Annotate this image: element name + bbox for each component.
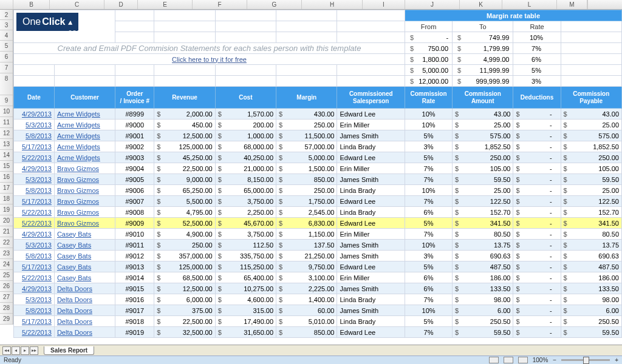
date-cell[interactable]: 4/29/2013 bbox=[14, 163, 55, 174]
invoice-cell[interactable]: #9004 bbox=[115, 163, 154, 174]
row-header-28[interactable]: 28 bbox=[0, 303, 13, 314]
table-row[interactable]: 5/22/2013Bravo Gizmos#90084,795.002,250.… bbox=[14, 207, 622, 218]
margin-cell[interactable]: 137.50 bbox=[276, 240, 337, 251]
worksheet-table[interactable]: OneClick▴COMMISSIONSMargin rate tableFro… bbox=[13, 10, 622, 338]
blank-cell[interactable] bbox=[337, 10, 405, 21]
cost-cell[interactable]: 21,000.00 bbox=[215, 163, 276, 174]
salesperson-cell[interactable]: James Smith bbox=[337, 283, 405, 294]
invoice-cell[interactable]: #9018 bbox=[115, 316, 154, 327]
invoice-cell[interactable]: #9007 bbox=[115, 196, 154, 207]
cost-cell[interactable]: 17,490.00 bbox=[215, 316, 276, 327]
cost-cell[interactable]: 45,670.00 bbox=[215, 218, 276, 229]
blank-cell[interactable] bbox=[154, 21, 215, 32]
row-header-7[interactable]: 7 bbox=[0, 62, 13, 73]
cost-cell[interactable]: 68,000.00 bbox=[215, 141, 276, 152]
invoice-cell[interactable]: #9002 bbox=[115, 141, 154, 152]
invoice-cell[interactable]: #9005 bbox=[115, 174, 154, 185]
row-header-20[interactable]: 20 bbox=[0, 215, 13, 226]
cost-cell[interactable]: 4,600.00 bbox=[215, 294, 276, 305]
payable-cell[interactable]: 98.00 bbox=[561, 294, 621, 305]
blank-cell[interactable] bbox=[276, 10, 337, 21]
salesperson-cell[interactable]: James Smith bbox=[337, 130, 405, 141]
revenue-cell[interactable]: 45,250.00 bbox=[154, 152, 215, 163]
date-cell[interactable]: 5/17/2013 bbox=[14, 196, 55, 207]
invoice-cell[interactable]: #9003 bbox=[115, 152, 154, 163]
date-cell[interactable]: 5/17/2013 bbox=[14, 316, 55, 327]
cost-cell[interactable]: 3,750.00 bbox=[215, 229, 276, 240]
rate-cell[interactable]: 6% bbox=[405, 272, 453, 283]
deductions-cell[interactable]: - bbox=[513, 141, 561, 152]
payable-cell[interactable]: 13.75 bbox=[561, 240, 621, 251]
mrt-rate[interactable]: 5% bbox=[513, 65, 561, 76]
blank-cell[interactable] bbox=[337, 32, 405, 43]
row-header-12[interactable]: 12 bbox=[0, 128, 13, 139]
customer-cell[interactable]: Casey Bats bbox=[54, 261, 115, 272]
sheet-tab-active[interactable]: Sales Report bbox=[44, 346, 94, 355]
cost-cell[interactable]: 1,000.00 bbox=[215, 130, 276, 141]
salesperson-cell[interactable]: James Smith bbox=[337, 240, 405, 251]
row-header-21[interactable]: 21 bbox=[0, 226, 13, 237]
rate-cell[interactable]: 10% bbox=[405, 305, 453, 316]
salesperson-cell[interactable]: Linda Brady bbox=[337, 185, 405, 196]
revenue-cell[interactable]: 22,500.00 bbox=[154, 163, 215, 174]
revenue-cell[interactable]: 375.00 bbox=[154, 305, 215, 316]
table-row[interactable]: 5/3/2013Bravo Gizmos#90059,000.008,150.0… bbox=[14, 174, 622, 185]
cost-cell[interactable]: 335,750.00 bbox=[215, 251, 276, 261]
rate-cell[interactable]: 7% bbox=[405, 229, 453, 240]
cost-cell[interactable]: 40,250.00 bbox=[215, 152, 276, 163]
data-header-order-invoice-[interactable]: Order/ Invoice # bbox=[115, 87, 154, 109]
blank-cell[interactable] bbox=[276, 21, 337, 32]
rate-cell[interactable]: 10% bbox=[405, 120, 453, 130]
revenue-cell[interactable]: 9,000.00 bbox=[154, 174, 215, 185]
mrt-from[interactable]: $- bbox=[405, 32, 453, 43]
table-row[interactable]: 5/8/2013Delta Doors#9017375.00315.0060.0… bbox=[14, 305, 622, 316]
row-header-27[interactable]: 27 bbox=[0, 292, 13, 303]
commission-amount-cell[interactable]: 1,852.50 bbox=[453, 141, 513, 152]
mrt-to[interactable]: $11,999.99 bbox=[453, 65, 513, 76]
tab-next-icon[interactable]: ▸ bbox=[21, 346, 29, 355]
payable-cell[interactable]: 341.50 bbox=[561, 218, 621, 229]
customer-cell[interactable]: Acme Widgets bbox=[54, 109, 115, 120]
rate-cell[interactable]: 10% bbox=[405, 185, 453, 196]
revenue-cell[interactable]: 2,000.00 bbox=[154, 109, 215, 120]
col-header-H[interactable]: H bbox=[302, 0, 363, 9]
revenue-cell[interactable]: 250.00 bbox=[154, 240, 215, 251]
row-header-5[interactable]: 5 bbox=[0, 41, 13, 52]
date-cell[interactable]: 5/22/2013 bbox=[14, 218, 55, 229]
commission-amount-cell[interactable]: 250.00 bbox=[453, 152, 513, 163]
customer-cell[interactable]: Acme Widgets bbox=[54, 152, 115, 163]
row-header-15[interactable]: 15 bbox=[0, 161, 13, 172]
salesperson-cell[interactable]: Edward Lee bbox=[337, 218, 405, 229]
date-cell[interactable]: 5/3/2013 bbox=[14, 294, 55, 305]
invoice-cell[interactable]: #8999 bbox=[115, 109, 154, 120]
row-header-13[interactable]: 13 bbox=[0, 139, 13, 150]
salesperson-cell[interactable]: Linda Brady bbox=[337, 294, 405, 305]
blank-cell[interactable] bbox=[115, 10, 154, 21]
customer-cell[interactable]: Bravo Gizmos bbox=[54, 196, 115, 207]
col-header-G[interactable]: G bbox=[247, 0, 302, 9]
customer-cell[interactable]: Acme Widgets bbox=[54, 120, 115, 130]
payable-cell[interactable]: 59.50 bbox=[561, 327, 621, 338]
payable-cell[interactable]: 152.70 bbox=[561, 207, 621, 218]
payable-cell[interactable]: 690.63 bbox=[561, 251, 621, 261]
revenue-cell[interactable]: 450.00 bbox=[154, 120, 215, 130]
salesperson-cell[interactable]: James Smith bbox=[337, 305, 405, 316]
revenue-cell[interactable]: 125,000.00 bbox=[154, 141, 215, 152]
table-row[interactable]: 5/22/2013Bravo Gizmos#900952,500.0045,67… bbox=[14, 218, 622, 229]
payable-cell[interactable]: 186.00 bbox=[561, 272, 621, 283]
table-row[interactable]: 4/29/2013Bravo Gizmos#900422,500.0021,00… bbox=[14, 163, 622, 174]
invoice-cell[interactable]: #9013 bbox=[115, 261, 154, 272]
margin-cell[interactable]: 250.00 bbox=[276, 185, 337, 196]
payable-cell[interactable]: 122.50 bbox=[561, 196, 621, 207]
revenue-cell[interactable]: 4,900.00 bbox=[154, 229, 215, 240]
date-cell[interactable]: 5/3/2013 bbox=[14, 120, 55, 130]
revenue-cell[interactable]: 6,000.00 bbox=[154, 294, 215, 305]
page-break-view-icon[interactable] bbox=[518, 357, 528, 363]
rate-cell[interactable]: 5% bbox=[405, 218, 453, 229]
revenue-cell[interactable]: 125,000.00 bbox=[154, 261, 215, 272]
mrt-from[interactable]: $5,000.00 bbox=[405, 65, 453, 76]
commission-amount-cell[interactable]: 186.00 bbox=[453, 272, 513, 283]
cost-cell[interactable]: 31,650.00 bbox=[215, 327, 276, 338]
mrt-from[interactable]: $12,000.00 bbox=[405, 76, 453, 87]
commission-amount-cell[interactable]: 575.00 bbox=[453, 130, 513, 141]
